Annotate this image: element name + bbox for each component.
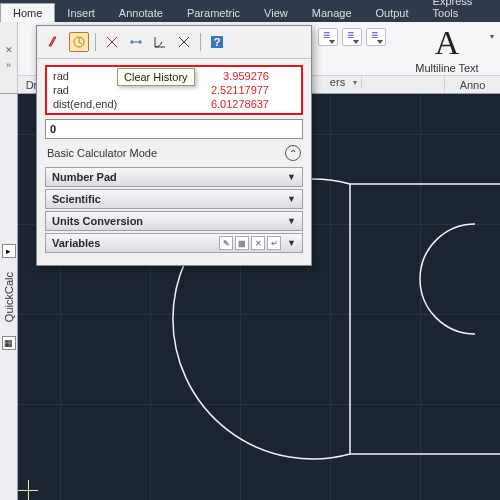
multiline-text-button[interactable]: A Multiline Text ▾ xyxy=(402,26,492,74)
tooltip: Clear History xyxy=(117,68,195,86)
tab-parametric[interactable]: Parametric xyxy=(175,4,252,22)
var-edit-icon[interactable]: ▦ xyxy=(235,236,249,250)
history-expr: rad xyxy=(53,84,69,96)
group-layers[interactable]: ers▾ xyxy=(314,76,362,88)
calc-mode-label: Basic Calculator Mode xyxy=(47,147,157,159)
section-scientific[interactable]: Scientific▼ xyxy=(45,189,303,209)
tab-manage[interactable]: Manage xyxy=(300,4,364,22)
calc-input[interactable]: 0 xyxy=(45,119,303,139)
crosshair-icon xyxy=(18,480,38,500)
section-units-conversion[interactable]: Units Conversion▼ xyxy=(45,211,303,231)
chevron-down-icon: ▾ xyxy=(490,32,494,41)
text-style-2[interactable] xyxy=(342,28,362,46)
history-expr: dist(end,end) xyxy=(53,98,117,110)
collapse-mode-button[interactable]: ⌃ xyxy=(285,145,301,161)
svg-text:?: ? xyxy=(214,36,221,48)
get-coordinates-button[interactable] xyxy=(102,32,122,52)
history-value: 6.01278637 xyxy=(211,98,269,110)
chevron-down-icon: ▼ xyxy=(287,216,296,226)
tab-output[interactable]: Output xyxy=(364,4,421,22)
multiline-text-label: Multiline Text xyxy=(402,62,492,74)
tab-express-tools[interactable]: Express Tools xyxy=(421,0,500,22)
rail-collapse-button[interactable]: ▸ xyxy=(2,244,16,258)
ribbon-tabs: Home Insert Annotate Parametric View Man… xyxy=(0,0,500,22)
help-button[interactable]: ? xyxy=(207,32,227,52)
chevron-icon[interactable]: » xyxy=(6,61,11,70)
tab-insert[interactable]: Insert xyxy=(55,4,107,22)
history-expr: rad xyxy=(53,70,69,82)
var-new-icon[interactable]: ✎ xyxy=(219,236,233,250)
var-delete-icon[interactable]: ✕ xyxy=(251,236,265,250)
clear-history-button[interactable] xyxy=(69,32,89,52)
quickcalc-toolbar: ? xyxy=(37,26,311,59)
text-style-3[interactable] xyxy=(366,28,386,46)
chevron-down-icon: ▼ xyxy=(287,172,296,182)
history-value: 3.959276 xyxy=(223,70,269,82)
history-value: 2.52117977 xyxy=(211,84,269,96)
close-icon[interactable]: ✕ xyxy=(5,46,13,55)
quickcalc-palette: ? rad3.959276 rad2.52117977 dist(end,end… xyxy=(36,25,312,266)
text-style-icons xyxy=(318,28,386,46)
text-style-1[interactable] xyxy=(318,28,338,46)
tab-home[interactable]: Home xyxy=(0,3,55,22)
palette-anchor-strip: ✕ » xyxy=(0,22,18,93)
section-variables[interactable]: Variables ✎ ▦ ✕ ↵ ▼ xyxy=(45,233,303,253)
section-number-pad[interactable]: Number Pad▼ xyxy=(45,167,303,187)
quickcalc-title: QuickCalc xyxy=(3,272,15,322)
angle-button[interactable] xyxy=(150,32,170,52)
rail-menu-button[interactable]: ▦ xyxy=(2,336,16,350)
variables-toolbar: ✎ ▦ ✕ ↵ xyxy=(219,236,281,250)
chevron-down-icon: ▼ xyxy=(287,238,296,248)
group-annotation[interactable]: Anno xyxy=(444,76,500,93)
svg-rect-0 xyxy=(350,184,500,454)
intersection-button[interactable] xyxy=(174,32,194,52)
chevron-down-icon: ▼ xyxy=(287,194,296,204)
tab-annotate[interactable]: Annotate xyxy=(107,4,175,22)
letter-a-icon: A xyxy=(402,26,492,60)
distance-button[interactable] xyxy=(126,32,146,52)
clear-button[interactable] xyxy=(45,32,65,52)
quickcalc-rail: ▸ QuickCalc ▦ xyxy=(0,94,18,500)
history-row[interactable]: dist(end,end)6.01278637 xyxy=(51,97,297,111)
calc-mode-row: Basic Calculator Mode ⌃ xyxy=(47,145,301,161)
tab-view[interactable]: View xyxy=(252,4,300,22)
var-return-icon[interactable]: ↵ xyxy=(267,236,281,250)
